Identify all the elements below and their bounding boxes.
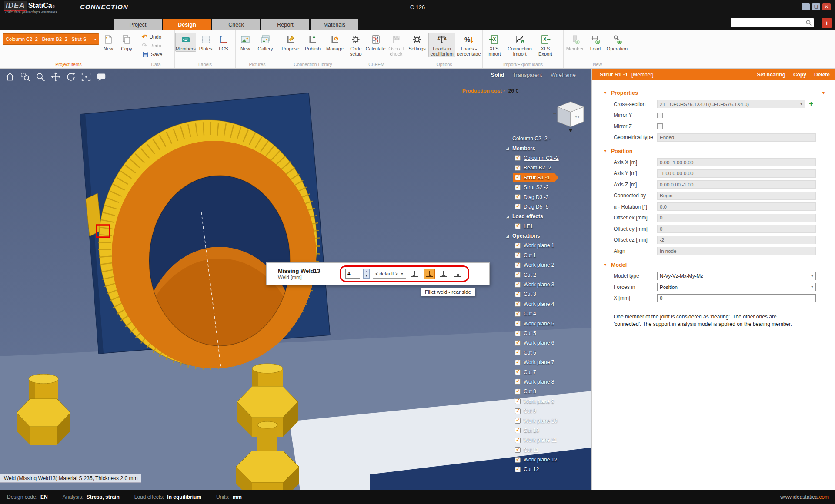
zoom-button[interactable] [35, 71, 46, 83]
weld-size-stepper[interactable]: ▲ ▼ [363, 269, 370, 279]
delete-member-button[interactable]: Delete [814, 72, 830, 78]
collapse-triangle-icon[interactable]: ▼ [822, 91, 825, 95]
tree-item-label[interactable]: Beam B2 -2 [524, 165, 551, 171]
calculate-button[interactable]: Calculate [365, 33, 386, 52]
tree-item-label[interactable]: Cut 11 [524, 447, 538, 453]
propose-button[interactable]: Propose [280, 33, 301, 52]
tree-checkbox[interactable]: ✓ [515, 311, 521, 317]
property-checkbox[interactable] [657, 113, 663, 118]
tree-item-label[interactable]: Work plane 1 [524, 242, 554, 249]
tree-row[interactable]: ◢ ✓ Work plane 5 [515, 318, 591, 328]
tree-item-label[interactable]: Load effects [512, 213, 543, 219]
tree-checkbox[interactable]: ✓ [515, 398, 521, 404]
comment-button[interactable] [96, 71, 107, 83]
loads-in-equilibrium-button[interactable]: Loads in equilibrium [428, 33, 455, 57]
tree-checkbox[interactable]: ✓ [515, 438, 521, 443]
tree-checkbox[interactable]: ✓ [515, 389, 521, 395]
tree-row[interactable]: ◢ ✓ Cut 4 [515, 309, 591, 318]
labels-members-button[interactable]: Members [175, 33, 196, 52]
tree-row[interactable]: ◢ ✓ Work plane 7 [515, 358, 591, 367]
ribbon-tab[interactable]: Check [212, 19, 260, 30]
labels-lcs-button[interactable]: LCS [215, 33, 232, 52]
section-header-model[interactable]: ▼ Model [592, 259, 835, 271]
tree-row[interactable]: ◢ ✓ Work plane 8 [515, 377, 591, 387]
labels-plates-button[interactable]: Plates [197, 33, 214, 52]
tree-row[interactable]: ◢ ✓ Work plane 10 [515, 416, 591, 425]
tree-checkbox[interactable]: ✓ [515, 350, 521, 355]
rotate-button[interactable] [65, 71, 77, 83]
weld-type-rear-button[interactable] [424, 269, 435, 279]
tree-item-label[interactable]: Cut 9 [524, 408, 536, 414]
tree-checkbox[interactable]: ✓ [515, 428, 521, 433]
tree-checkbox[interactable]: ✓ [515, 379, 521, 385]
tree-row[interactable]: ◢ ✓ Cut 6 [515, 348, 591, 358]
tree-item-label[interactable]: Work plane 9 [524, 398, 554, 405]
tree-row[interactable]: ◢ ✓ Work plane 3 [515, 280, 591, 289]
view-mode-button[interactable]: Solid [491, 72, 504, 78]
property-field[interactable]: -1.00 0.00 0.00 ▼ [657, 169, 816, 178]
overall-check-button[interactable]: Overall check [387, 33, 405, 57]
collapse-triangle-icon[interactable]: ▼ [603, 149, 611, 153]
weld-type-butt-button[interactable] [452, 269, 464, 279]
tree-expander-icon[interactable]: ◢ [506, 215, 512, 219]
ribbon-tab[interactable]: Project [114, 19, 162, 30]
fit-view-button[interactable] [80, 71, 92, 83]
tree-checkbox[interactable]: ✓ [515, 369, 521, 375]
property-checkbox[interactable] [657, 123, 663, 129]
zoom-window-button[interactable] [20, 71, 31, 83]
tree-row[interactable]: ◢ ✓ Work plane 4 [515, 299, 591, 309]
tree-checkbox[interactable]: ✓ [515, 340, 521, 346]
tree-item-label[interactable]: Work plane 6 [524, 340, 554, 346]
tree-checkbox[interactable]: ✓ [515, 243, 521, 249]
tree-row[interactable]: ◢ ✓ Diag D3 -3 [515, 192, 591, 202]
tree-checkbox[interactable]: ✓ [515, 185, 521, 190]
maximize-button[interactable]: ❏ [812, 3, 820, 10]
tree-row[interactable]: ◢ ✓ Coloumn C2 -2 [515, 153, 591, 163]
property-field[interactable]: 0 ▼ [657, 225, 816, 233]
undo-button[interactable]: ↶ Undo [140, 33, 163, 41]
tree-item-label[interactable]: Strut S2 -2 [524, 184, 548, 190]
tree-checkbox[interactable]: ✓ [515, 418, 521, 424]
tree-item-label[interactable]: Diag D5 -5 [524, 204, 548, 210]
property-field[interactable]: In node ▼ [657, 247, 816, 255]
website-link[interactable]: www.ideastatica.com [780, 494, 829, 500]
xls-import-button[interactable]: X XLS Import [483, 33, 505, 57]
tree-checkbox[interactable]: ✓ [515, 272, 521, 278]
tree-row[interactable]: ◢ ✓ Work plane 12 [515, 455, 591, 464]
weld-size-input[interactable]: 4 [345, 269, 360, 279]
weld-material-dropdown[interactable]: < default > ▼ [373, 269, 406, 279]
tree-row[interactable]: ◢ ✓ Strut S2 -2 [515, 182, 591, 192]
new-project-item-button[interactable]: New [100, 33, 117, 52]
3d-viewport[interactable]: Solid Transparent Wireframe Production c… [0, 69, 591, 490]
tree-checkbox[interactable]: ✓ [515, 223, 521, 229]
tree-row[interactable]: ◢ ✓ Load effects [506, 212, 591, 221]
minimize-button[interactable]: ─ [802, 3, 810, 10]
tree-checkbox[interactable]: ✓ [515, 447, 521, 453]
weld-type-front-button[interactable] [409, 269, 421, 279]
home-view-button[interactable] [4, 71, 16, 83]
tree-checkbox[interactable]: ✓ [515, 292, 521, 297]
tree-item-label[interactable]: Work plane 7 [524, 359, 554, 365]
tree-row[interactable]: ◢ ✓ Work plane 11 [515, 435, 591, 445]
property-field[interactable]: Ended ▼ [657, 133, 816, 142]
property-field[interactable]: 0.0 ▼ [657, 202, 816, 211]
publish-button[interactable]: Publish [302, 33, 323, 52]
collapse-triangle-icon[interactable]: ▼ [603, 91, 611, 95]
tree-row[interactable]: ◢ ✓ Cut 5 [515, 328, 591, 338]
manage-button[interactable]: Manage [324, 33, 346, 52]
property-field[interactable]: 0.00 -1.00 0.00 ▼ [657, 158, 816, 166]
tree-item-label[interactable]: Cut 5 [524, 330, 536, 336]
property-field[interactable]: 0.00 0.00 -1.00 ▼ [657, 180, 816, 189]
connection-import-button[interactable]: Connection Import [506, 33, 534, 57]
save-button[interactable]: Save [140, 50, 164, 59]
tree-row[interactable]: ◢ ✓ Cut 12 [515, 464, 591, 474]
tree-expander-icon[interactable]: ◢ [506, 146, 512, 150]
section-header-properties[interactable]: ▼ Properties ▼ [592, 87, 835, 99]
property-field[interactable]: Position ▼ [657, 283, 816, 291]
tree-row[interactable]: ◢ ✓ Coloumn C2 -2 - [512, 134, 591, 143]
set-bearing-button[interactable]: Set bearing [757, 72, 785, 78]
settings-button[interactable]: Settings [407, 33, 428, 52]
tree-item-label[interactable]: Work plane 10 [524, 418, 557, 424]
tree-row[interactable]: ◢ ✓ Strut S1 -1 [513, 173, 558, 182]
tree-checkbox[interactable]: ✓ [515, 175, 521, 180]
